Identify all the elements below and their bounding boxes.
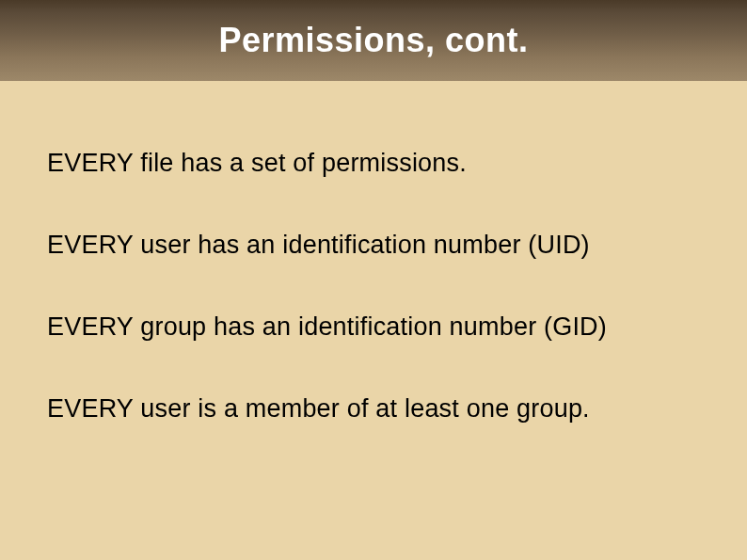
slide-title: Permissions, cont. — [218, 21, 528, 60]
slide: Permissions, cont. EVERY file has a set … — [0, 0, 747, 560]
body-line: EVERY user has an identification number … — [47, 231, 700, 260]
body-line: EVERY group has an identification number… — [47, 312, 700, 342]
slide-content: EVERY file has a set of permissions. EVE… — [0, 81, 747, 424]
body-line: EVERY file has a set of permissions. — [47, 149, 700, 178]
title-bar: Permissions, cont. — [0, 0, 747, 81]
body-line: EVERY user is a member of at least one g… — [47, 394, 700, 424]
